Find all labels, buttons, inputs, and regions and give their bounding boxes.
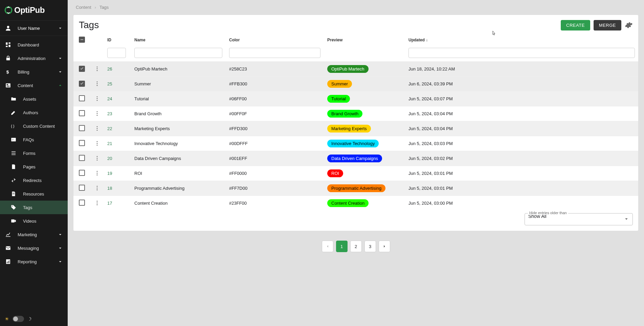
faq-icon: ? xyxy=(10,136,17,143)
row-id-link[interactable]: 26 xyxy=(107,66,112,72)
sidebar-item-forms[interactable]: Forms xyxy=(0,146,68,160)
row-menu-button[interactable] xyxy=(94,125,101,132)
sidebar-item-reporting[interactable]: Reporting xyxy=(0,255,68,268)
sidebar-item-dashboard[interactable]: Dashboard xyxy=(0,38,68,52)
svg-point-29 xyxy=(97,68,98,69)
svg-rect-24 xyxy=(7,262,7,263)
row-checkbox[interactable] xyxy=(79,110,85,116)
row-checkbox[interactable] xyxy=(79,170,85,176)
row-id-link[interactable]: 17 xyxy=(107,201,112,206)
row-menu-button[interactable] xyxy=(94,95,101,102)
filter-id-input[interactable] xyxy=(107,48,126,58)
breadcrumb-tags[interactable]: Tags xyxy=(99,5,109,10)
merge-button[interactable]: Merge xyxy=(594,20,621,30)
row-checkbox[interactable] xyxy=(79,200,85,206)
svg-rect-9 xyxy=(7,84,8,85)
sidebar-item-tags[interactable]: Tags xyxy=(0,201,68,214)
sidebar-item-messaging[interactable]: Messaging xyxy=(0,241,68,255)
page-next-button[interactable] xyxy=(379,241,390,252)
page-number-button[interactable]: 1 xyxy=(336,241,348,252)
row-id-link[interactable]: 24 xyxy=(107,96,112,101)
dollar-icon: $ xyxy=(5,68,12,75)
sidebar-item-billing[interactable]: $ Billing xyxy=(0,65,68,79)
row-menu-button[interactable] xyxy=(94,65,101,72)
sidebar-item-assets[interactable]: Assets xyxy=(0,92,68,106)
row-menu-button[interactable] xyxy=(94,80,101,87)
row-id-link[interactable]: 20 xyxy=(107,156,112,161)
hide-entries-label: Hide entries older than xyxy=(528,211,568,215)
column-preview[interactable]: Preview xyxy=(324,34,405,46)
page-title: Tags xyxy=(79,20,561,30)
row-menu-button[interactable] xyxy=(94,200,101,206)
row-color: #FF0000 xyxy=(226,166,324,181)
folder-icon xyxy=(10,96,17,102)
row-id-link[interactable]: 22 xyxy=(107,126,112,131)
hide-entries-value[interactable]: Show All xyxy=(525,213,633,225)
sidebar-item-faqs[interactable]: ? FAQs xyxy=(0,133,68,146)
row-id-link[interactable]: 19 xyxy=(107,171,112,176)
row-id-link[interactable]: 23 xyxy=(107,111,112,116)
row-name: Marketing Experts xyxy=(131,121,226,136)
row-checkbox[interactable] xyxy=(79,155,85,161)
row-menu-button[interactable] xyxy=(94,170,101,177)
row-checkbox[interactable] xyxy=(79,140,85,146)
gear-icon[interactable] xyxy=(625,21,633,29)
row-name: Summer xyxy=(131,77,226,91)
sidebar-item-label: FAQs xyxy=(23,137,63,142)
row-updated: Jun 5, 2024, 03:04 PM xyxy=(405,121,638,136)
sidebar-item-authors[interactable]: Authors xyxy=(0,106,68,119)
sidebar-item-label: Tags xyxy=(23,205,63,210)
svg-rect-5 xyxy=(6,46,7,47)
row-id-link[interactable]: 21 xyxy=(107,141,112,146)
sidebar-item-content[interactable]: Content xyxy=(0,79,68,92)
page-prev-button[interactable] xyxy=(322,241,333,252)
theme-switch[interactable] xyxy=(13,316,24,322)
sidebar-item-administration[interactable]: Administration xyxy=(0,52,68,65)
sidebar-item-resources[interactable]: Resources xyxy=(0,187,68,201)
column-id[interactable]: ID xyxy=(104,34,131,46)
sidebar-item-redirects[interactable]: Redirects xyxy=(0,174,68,187)
select-all-checkbox[interactable] xyxy=(79,37,85,43)
row-checkbox[interactable] xyxy=(79,185,85,191)
sidebar-item-label: Authors xyxy=(23,110,63,115)
sidebar-item-videos[interactable]: Videos xyxy=(0,214,68,228)
sidebar-item-label: Pages xyxy=(23,164,63,169)
preview-pill: Programmatic Advertising xyxy=(327,184,385,192)
page-icon xyxy=(10,163,17,170)
row-id-link[interactable]: 18 xyxy=(107,186,112,191)
row-checkbox[interactable] xyxy=(79,95,85,101)
row-menu-button[interactable] xyxy=(94,110,101,117)
sidebar-item-pages[interactable]: Pages xyxy=(0,160,68,174)
breadcrumb-content[interactable]: Content xyxy=(76,5,91,10)
svg-rect-18 xyxy=(13,193,15,193)
filter-color-input[interactable] xyxy=(229,48,320,58)
column-updated[interactable]: Updated ↓ xyxy=(405,34,638,46)
sidebar-item-marketing[interactable]: Marketing xyxy=(0,228,68,241)
hide-entries-select[interactable]: Hide entries older than Show All xyxy=(525,213,633,225)
tags-table: ID Name Color Preview Updated ↓ xyxy=(73,34,638,210)
dashboard-icon xyxy=(5,41,12,48)
svg-point-45 xyxy=(97,144,98,145)
page-number-button[interactable]: 3 xyxy=(364,241,376,252)
row-checkbox[interactable] xyxy=(79,81,85,87)
sidebar-item-custom-content[interactable]: { } Custom Content xyxy=(0,119,68,133)
row-menu-button[interactable] xyxy=(94,155,101,162)
table-row: 20Data Driven Campaigns#001EFFData Drive… xyxy=(73,151,638,166)
user-name: User Name xyxy=(18,26,58,31)
user-menu[interactable]: User Name xyxy=(0,20,68,36)
row-updated: Jun 5, 2024, 03:00 PM xyxy=(405,196,638,211)
column-name[interactable]: Name xyxy=(131,34,226,46)
column-color[interactable]: Color xyxy=(226,34,324,46)
filter-updated-input[interactable] xyxy=(408,48,635,58)
row-menu-button[interactable] xyxy=(94,185,101,191)
row-color: #00FF0F xyxy=(226,106,324,121)
filter-name-input[interactable] xyxy=(134,48,222,58)
row-checkbox[interactable] xyxy=(79,125,85,131)
row-checkbox[interactable] xyxy=(79,66,85,72)
row-menu-button[interactable] xyxy=(94,140,101,147)
create-button[interactable]: Create xyxy=(561,20,590,30)
row-id-link[interactable]: 25 xyxy=(107,81,112,86)
page-number-button[interactable]: 2 xyxy=(350,241,362,252)
row-updated: Jun 6, 2024, 03:39 PM xyxy=(405,77,638,91)
column-updated-label: Updated xyxy=(408,38,425,42)
